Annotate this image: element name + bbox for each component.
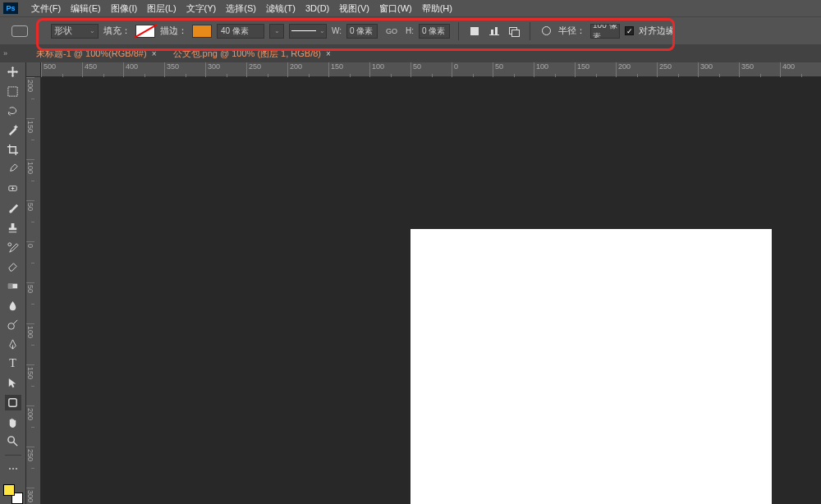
ruler-tick: 0 xyxy=(26,241,34,282)
menu-file[interactable]: 文件(F) xyxy=(26,2,66,15)
fill-swatch[interactable] xyxy=(135,25,155,38)
toolbox: T ⋯ xyxy=(0,62,26,504)
options-bar: 形状⌄ 填充： 描边： 40 像素 ⌄ ⌄ W: 0 像素 GO H: 0 像素… xyxy=(0,16,821,44)
edit-toolbar[interactable]: ⋯ xyxy=(5,460,21,477)
radius-input[interactable]: 100 像素 xyxy=(590,24,620,39)
document-tab[interactable]: 未标题-1 @ 100%(RGB/8#)× xyxy=(36,48,157,60)
path-arrange-button[interactable] xyxy=(507,24,521,39)
move-tool[interactable] xyxy=(5,64,21,80)
align-edges-checkbox[interactable]: ✓ xyxy=(625,26,634,35)
foreground-swatch[interactable] xyxy=(3,484,15,496)
heal-tool[interactable] xyxy=(5,181,21,197)
ruler-tick: 300 xyxy=(26,488,34,504)
menu-filter[interactable]: 滤镜(T) xyxy=(261,2,300,15)
eyedropper-tool[interactable] xyxy=(5,161,21,177)
svg-rect-6 xyxy=(9,399,16,406)
tab-label: 未标题-1 @ 100%(RGB/8#) xyxy=(36,48,147,60)
dodge-tool[interactable] xyxy=(5,317,21,333)
ruler-tick: 250 xyxy=(246,62,287,77)
stroke-label: 描边： xyxy=(160,25,187,37)
ruler-tick: 500 xyxy=(41,62,82,77)
ruler-tick: 50 xyxy=(26,200,34,241)
chevron-down-icon: ⌄ xyxy=(89,27,95,34)
menu-help[interactable]: 帮助(H) xyxy=(417,2,457,15)
menu-3d[interactable]: 3D(D) xyxy=(300,3,334,13)
menu-select[interactable]: 选择(S) xyxy=(221,2,261,15)
type-tool[interactable]: T xyxy=(5,355,21,372)
ruler-tick: 250 xyxy=(26,447,34,488)
path-align-button[interactable] xyxy=(487,24,502,39)
zoom-tool[interactable] xyxy=(5,433,21,450)
ruler-tick: 300 xyxy=(205,62,246,77)
align-edges-label: 对齐边缘 xyxy=(639,25,675,37)
brush-tool[interactable] xyxy=(5,200,21,217)
height-input[interactable]: 0 像素 xyxy=(419,24,450,39)
menu-view[interactable]: 视图(V) xyxy=(334,2,374,15)
ruler-tick: 100 xyxy=(369,62,410,77)
wand-tool[interactable] xyxy=(5,122,21,139)
chevron-down-icon: ⌄ xyxy=(274,27,280,34)
ruler-tick: 400 xyxy=(123,62,164,77)
crop-tool[interactable] xyxy=(5,142,21,158)
ruler-tick: 200 xyxy=(26,405,34,447)
svg-point-5 xyxy=(8,323,15,330)
history-brush-tool[interactable] xyxy=(5,239,21,255)
close-icon[interactable]: × xyxy=(326,49,331,58)
ruler-tick: 100 xyxy=(26,159,34,200)
tool-mode-dropdown[interactable]: 形状⌄ xyxy=(51,24,99,39)
color-swatches[interactable] xyxy=(3,484,23,504)
ruler-tick: 400 xyxy=(780,62,821,77)
document-tab-bar: 未标题-1 @ 100%(RGB/8#)× 公文包.png @ 100% (图层… xyxy=(0,44,821,62)
lasso-tool[interactable] xyxy=(5,103,21,119)
divider xyxy=(458,22,459,40)
path-ops-button[interactable] xyxy=(467,24,482,39)
ruler-tick: 200 xyxy=(287,62,328,77)
artboard[interactable] xyxy=(410,229,772,504)
arrange-icon xyxy=(509,27,519,35)
shape-tool[interactable] xyxy=(5,395,21,411)
marquee-tool[interactable] xyxy=(5,84,21,100)
hand-tool[interactable] xyxy=(5,414,21,430)
link-wh-button[interactable]: GO xyxy=(383,27,401,35)
width-input[interactable]: 0 像素 xyxy=(346,24,378,39)
svg-rect-4 xyxy=(8,284,13,289)
stroke-line-icon xyxy=(291,30,316,31)
stroke-width-input[interactable]: 40 像素 xyxy=(217,24,264,39)
pen-tool[interactable] xyxy=(5,337,21,353)
close-icon[interactable]: × xyxy=(152,49,157,58)
ruler-tick: 150 xyxy=(575,62,616,77)
gradient-tool[interactable] xyxy=(5,278,21,295)
settings-button[interactable] xyxy=(539,24,553,39)
menu-layer[interactable]: 图层(L) xyxy=(142,2,181,15)
menu-type[interactable]: 文字(Y) xyxy=(181,2,222,15)
chevron-down-icon: ⌄ xyxy=(319,27,325,34)
ruler-tick: 150 xyxy=(26,364,34,405)
ruler-tick: 350 xyxy=(739,62,780,77)
menu-window[interactable]: 窗口(W) xyxy=(374,2,417,15)
stroke-swatch[interactable] xyxy=(192,25,212,38)
fill-label: 填充： xyxy=(103,25,131,37)
ruler-tick: 50 xyxy=(26,282,34,323)
ruler-vertical[interactable]: 20015010050050100150200250300350 xyxy=(26,77,41,504)
ruler-tick: 150 xyxy=(26,118,34,159)
canvas-viewport[interactable] xyxy=(41,77,821,504)
ruler-tick: 350 xyxy=(164,62,205,77)
menu-edit[interactable]: 编辑(E) xyxy=(66,2,106,15)
ruler-tick: 50 xyxy=(493,62,534,77)
stamp-tool[interactable] xyxy=(5,220,21,236)
radius-label: 半径： xyxy=(558,25,585,37)
path-select-tool[interactable] xyxy=(5,375,21,392)
divider xyxy=(530,22,530,40)
ruler-tick: 100 xyxy=(534,62,575,77)
app-icon: Ps xyxy=(3,2,18,14)
current-tool-icon[interactable] xyxy=(11,25,28,37)
ruler-horizontal[interactable]: 5004504003503002502001501005005010015020… xyxy=(41,62,821,77)
square-icon xyxy=(470,27,479,35)
menu-image[interactable]: 图像(I) xyxy=(106,2,142,15)
stroke-style-dropdown[interactable]: ⌄ xyxy=(289,24,327,39)
document-tab[interactable]: 公文包.png @ 100% (图层 1, RGB/8)× xyxy=(173,48,331,60)
stroke-width-dropdown[interactable]: ⌄ xyxy=(269,24,284,39)
eraser-tool[interactable] xyxy=(5,259,21,275)
height-label: H: xyxy=(406,26,414,35)
blur-tool[interactable] xyxy=(5,297,21,314)
